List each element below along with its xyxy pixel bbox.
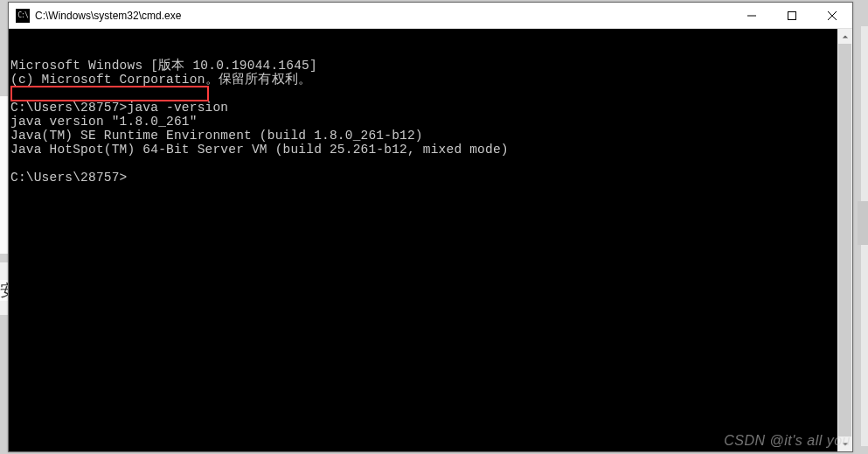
close-button[interactable] — [812, 3, 852, 28]
minimize-icon — [747, 11, 756, 20]
maximize-button[interactable] — [772, 3, 812, 28]
maximize-icon — [788, 11, 796, 20]
background-panel — [858, 201, 868, 245]
chevron-up-icon — [842, 33, 849, 40]
window-controls — [732, 3, 852, 28]
terminal-line: Microsoft Windows [版本 10.0.19044.1645] — [10, 59, 837, 73]
vertical-scrollbar[interactable] — [837, 29, 852, 451]
terminal-line — [10, 87, 837, 101]
window-title: C:\Windows\system32\cmd.exe — [35, 10, 732, 22]
minimize-button[interactable] — [732, 3, 772, 28]
terminal-output[interactable]: Microsoft Windows [版本 10.0.19044.1645](c… — [9, 29, 837, 451]
window-client-area: Microsoft Windows [版本 10.0.19044.1645](c… — [9, 29, 852, 451]
window-titlebar[interactable]: C:\ C:\Windows\system32\cmd.exe — [9, 3, 852, 29]
terminal-line: (c) Microsoft Corporation。保留所有权利。 — [10, 73, 837, 87]
terminal-line: C:\Users\28757> — [10, 171, 837, 185]
scroll-up-button[interactable] — [837, 29, 852, 44]
terminal-line — [10, 157, 837, 171]
cmd-window: C:\ C:\Windows\system32\cmd.exe Microsof… — [8, 2, 853, 452]
close-icon — [828, 11, 837, 20]
terminal-line: Java HotSpot(TM) 64-Bit Server VM (build… — [10, 143, 837, 157]
svg-rect-1 — [788, 11, 796, 19]
chevron-down-icon — [842, 441, 849, 448]
scrollbar-track[interactable] — [837, 44, 852, 437]
scrollbar-thumb[interactable] — [838, 44, 851, 437]
terminal-line: Java(TM) SE Runtime Environment (build 1… — [10, 129, 837, 143]
cmd-icon: C:\ — [16, 9, 30, 23]
terminal-line: C:\Users\28757>java -version — [10, 101, 837, 115]
terminal-line: java version "1.8.0_261" — [10, 115, 837, 129]
scroll-down-button[interactable] — [837, 437, 852, 451]
